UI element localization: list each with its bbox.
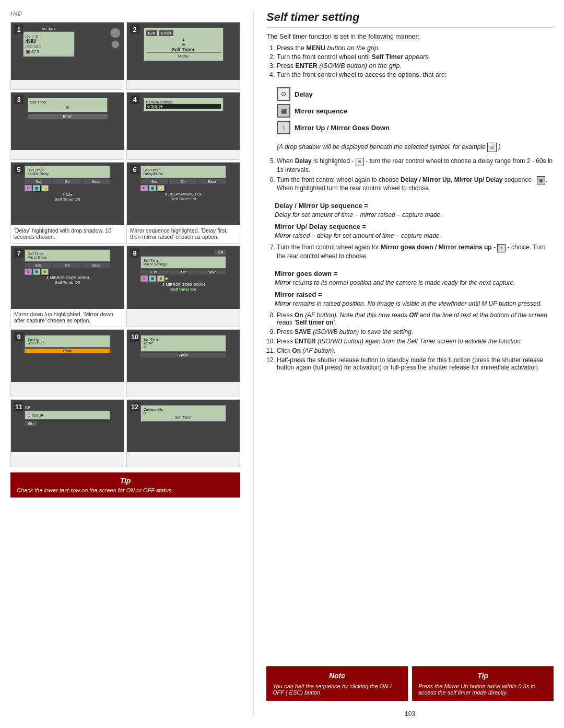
- step-2-number: 2: [130, 25, 139, 34]
- step-6-caption: Mirror sequence highlighted. 'Delay firs…: [127, 225, 240, 243]
- instruction-6: Turn the front control wheel again to ch…: [277, 176, 554, 192]
- cam3-screen: Self Timer ⊙: [28, 98, 108, 112]
- steps-grid-lower: 7 F Self Timer Mirror Down Exit On Save: [10, 246, 240, 467]
- step-10-number: 10: [130, 332, 139, 341]
- step-4-number: 4: [130, 95, 139, 104]
- mirror-up-label: Mirror Up / Mirror Goes Down: [295, 124, 390, 132]
- step-3-number: 3: [14, 95, 24, 104]
- note-title: Note: [273, 672, 402, 680]
- steps-grid-top: 1 MENU iso □ S 4UU ISO 100 ▣ 623: [10, 22, 240, 244]
- instruction-12: Half-press the shutter release button to…: [277, 356, 554, 371]
- instruction-10: Press ENTER (ISO/WB button) again from t…: [277, 338, 554, 345]
- step-2: 2 F Exit Enter 1 ⊙ Self Timer Menu: [126, 22, 240, 90]
- step-12: 12 Camera info ⊙ Self Timer: [126, 399, 240, 467]
- step-11: 11 AF ⏲ 5|3|□|■ On: [10, 399, 124, 467]
- sub-text-3: Mirror returns to its normal position an…: [275, 279, 554, 286]
- sub-heading-4: Mirror raised =: [275, 291, 554, 298]
- drop-shadow-note: (A drop shadow will be displayed beneath…: [277, 143, 554, 152]
- sub-text-2: Mirror raised – delay for set amount of …: [275, 232, 554, 239]
- sub-heading-2: Mirror Up/ Delay sequence =: [275, 223, 554, 230]
- sub-text-1: Delay for set amount of time – mirror ra…: [275, 211, 554, 218]
- step-5-caption: 'Delay' highlighted with drop shadow. 10…: [11, 225, 124, 243]
- instruction-3: Press ENTER (ISO/WB button) on the grip.: [277, 62, 554, 70]
- bottom-boxes: Note You can halt the sequence by clicki…: [266, 656, 554, 701]
- delay-label: Delay: [295, 90, 313, 98]
- tip-right-title: Tip: [418, 672, 547, 680]
- cam8-screen: Self Timer Mirror Settings: [140, 256, 226, 269]
- sub-heading-1: Delay / Mirror Up sequence =: [275, 202, 554, 210]
- step-5-number: 5: [14, 165, 24, 174]
- sub-section-mirror: Mirror goes down = Mirror returns to its…: [275, 265, 554, 309]
- tip-left-text: Check the lower text-row on the screen f…: [17, 487, 234, 493]
- delay-icon: ⊙: [277, 87, 290, 101]
- instruction-7: Turn the front control wheel again for M…: [277, 244, 554, 260]
- tip-box-left: Tip Check the lower text-row on the scre…: [10, 472, 240, 498]
- right-column: Self timer setting The Self timer functi…: [266, 10, 554, 718]
- step-12-number: 12: [130, 402, 139, 411]
- step-6-number: 6: [130, 165, 139, 174]
- tip-right-text: Press the Mirror Up button twice within …: [418, 683, 547, 696]
- column-divider: [253, 10, 254, 718]
- cam10-screen: Self Timer Active ⊙: [140, 335, 226, 352]
- step-7-number: 7: [14, 248, 24, 258]
- cam1-screen: iso □ S 4UU ISO 100 ▣ 623: [23, 31, 75, 57]
- step-7-caption: Mirror down /up highlighted. 'Mirror dow…: [11, 309, 124, 327]
- step-1-number: 1: [14, 25, 24, 34]
- tip-left-title: Tip: [17, 477, 234, 485]
- step-3: 3 ISO/WB Self Timer ⊙ Enter: [10, 92, 124, 160]
- sub-text-4: Mirror remains in raised position. No im…: [275, 300, 554, 307]
- cam5-screen: Self Timer 2s-60sDelay: [25, 166, 110, 178]
- step-8-number: 8: [130, 248, 139, 258]
- sub-section-delay-mirror: Delay / Mirror Up sequence = Delay for s…: [275, 198, 554, 241]
- cam2-screen: Exit Enter 1 ⊙ Self Timer Menu: [144, 28, 224, 61]
- cam4-screen: Camera settings ⏲ 5|3|□|■: [144, 98, 224, 111]
- mirror-up-icon: ↕: [277, 121, 290, 134]
- instruction-4: Turn the front control wheel to access t…: [277, 71, 554, 78]
- example-icon: ⊙: [487, 143, 497, 152]
- instruction-5: When Delay is highlighted - ⊙ - turn the…: [277, 157, 554, 174]
- cam7-screen: Self Timer Mirror Down: [25, 249, 110, 262]
- instruction-2: Turn the front control wheel until Self …: [277, 53, 554, 61]
- option-delay: ⊙ Delay: [277, 87, 554, 101]
- icon-options: ⊙ Delay ▦ Mirror sequence ↕ Mirror Up / …: [277, 87, 554, 134]
- step-7: 7 F Self Timer Mirror Down Exit On Save: [10, 246, 124, 327]
- instruction-9: Press SAVE (ISO/WB button) to save the s…: [277, 328, 554, 336]
- step-1: 1 MENU iso □ S 4UU ISO 100 ▣ 623: [10, 22, 124, 90]
- cam2-menu-title: Self Timer: [146, 47, 221, 53]
- step-11-number: 11: [14, 402, 24, 411]
- brand-label: H4D: [10, 10, 240, 17]
- tip-box-right: Tip Press the Mirror Up button twice wit…: [412, 666, 554, 701]
- cam6-screen: Self Timer Delay/Mirror: [140, 166, 226, 178]
- step-5: 5 R Self Timer 2s-60sDelay Exit On: [10, 162, 124, 244]
- note-text: You can halt the sequence by clicking th…: [273, 683, 402, 696]
- note-box: Note You can halt the sequence by clicki…: [266, 666, 408, 701]
- step-6: 6 R Self Timer Delay/Mirror Exit On Save: [126, 162, 240, 244]
- instruction-11: Click On (AF button).: [277, 347, 554, 354]
- instruction-8: Press On (AF button). Note that this now…: [277, 311, 554, 326]
- cam9-screen: Saving... Self Timer: [25, 335, 110, 348]
- option-mirror-up: ↕ Mirror Up / Mirror Goes Down: [277, 121, 554, 134]
- step-9: 9 ISO/WB Saving... Self Timer Save: [10, 329, 124, 397]
- mirror-seq-icon: ▦: [277, 104, 290, 118]
- intro-text: The Self timer function is set in the fo…: [266, 33, 554, 40]
- cam12-screen: Camera info ⊙ Self Timer: [140, 405, 226, 422]
- sub-heading-3: Mirror goes down =: [275, 270, 554, 278]
- step-4: 4 F Camera settings ⏲ 5|3|□|■: [126, 92, 240, 160]
- step-9-number: 9: [14, 332, 24, 341]
- step-10: 10 ISO/WB Self Timer Active ⊙ Enter: [126, 329, 240, 397]
- option-mirror-seq: ▦ Mirror sequence: [277, 104, 554, 118]
- page-title: Self timer setting: [266, 10, 554, 28]
- mirror-seq-label: Mirror sequence: [295, 107, 347, 115]
- cam1-menu-label: MENU: [42, 27, 56, 31]
- instruction-1: Press the MENU button on the grip.: [277, 44, 554, 52]
- page-number: 103: [266, 706, 554, 718]
- cam11-screen: ⏲ 5|3|□|■: [25, 411, 110, 420]
- step-8: 8 AF On Self Timer Mirror Settings Exit: [126, 246, 240, 327]
